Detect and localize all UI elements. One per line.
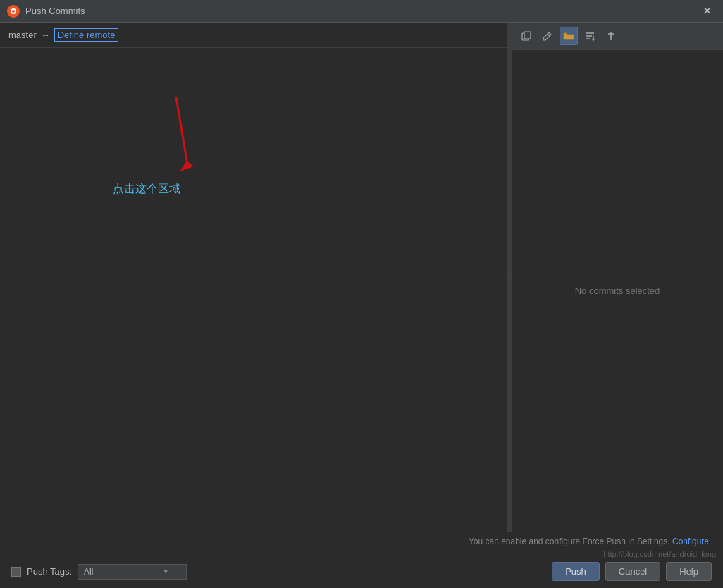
branch-arrow: →: [41, 30, 50, 40]
close-button[interactable]: ✕: [698, 4, 716, 18]
dropdown-arrow-icon: ▼: [162, 568, 169, 575]
git-icon: [7, 5, 20, 18]
push-tags-checkbox[interactable]: [11, 567, 21, 577]
left-panel: master → Define remote 点击这个区域: [0, 23, 507, 532]
force-push-info: You can enable and configure Force Push …: [11, 537, 712, 546]
copy-toolbar-btn[interactable]: [517, 27, 536, 45]
commits-area[interactable]: 点击这个区域: [0, 48, 507, 532]
title-bar-left: Push Commits: [7, 5, 85, 18]
push-tags-label: Push Tags:: [27, 566, 72, 577]
push-tags-row: Push Tags: All ▼: [11, 564, 187, 580]
annotation-text: 点击这个区域: [113, 182, 180, 197]
define-remote-link[interactable]: Define remote: [54, 28, 119, 42]
svg-rect-6: [524, 32, 531, 39]
folder-icon: [563, 30, 574, 42]
sort-icon: [584, 30, 595, 42]
push-button[interactable]: Push: [552, 562, 600, 581]
copy-icon: [521, 30, 532, 42]
folder-toolbar-btn[interactable]: [560, 27, 578, 45]
tag-select[interactable]: All ▼: [78, 564, 187, 580]
filter-toolbar-btn[interactable]: [602, 27, 620, 45]
branch-bar: master → Define remote: [0, 23, 507, 48]
window-title: Push Commits: [25, 6, 85, 16]
action-buttons: Push Cancel Help: [552, 562, 712, 581]
red-arrow-icon: [155, 90, 211, 182]
cancel-button[interactable]: Cancel: [605, 562, 660, 581]
right-toolbar: [512, 23, 723, 50]
help-button[interactable]: Help: [666, 562, 712, 581]
svg-point-2: [12, 10, 15, 13]
filter-icon: [605, 30, 617, 42]
svg-marker-4: [180, 161, 194, 171]
branch-name: master: [8, 30, 37, 40]
edit-toolbar-btn[interactable]: [538, 27, 557, 45]
top-area: master → Define remote 点击这个区域: [0, 23, 723, 532]
bottom-area: You can enable and configure Force Push …: [0, 532, 723, 588]
bottom-controls: Push Tags: All ▼ Push Cancel Help: [11, 562, 712, 581]
main-layout: master → Define remote 点击这个区域: [0, 23, 723, 588]
svg-line-3: [176, 97, 187, 161]
tag-select-wrapper: All ▼: [78, 564, 187, 580]
svg-line-7: [548, 34, 550, 36]
edit-icon: [542, 30, 553, 42]
no-commits-label: No commits selected: [512, 50, 723, 532]
configure-link[interactable]: Configure: [672, 537, 709, 546]
title-bar: Push Commits ✕: [0, 0, 723, 23]
sort-toolbar-btn[interactable]: [581, 27, 599, 45]
right-panel: No commits selected: [512, 23, 723, 532]
